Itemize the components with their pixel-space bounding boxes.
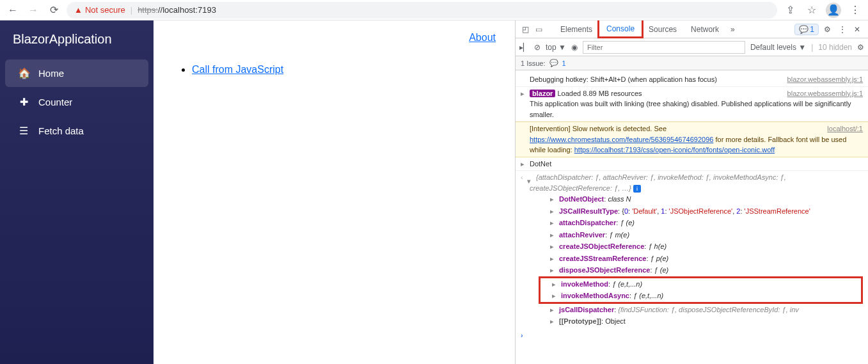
close-devtools-icon[interactable]: ✕ <box>850 25 864 34</box>
device-icon[interactable]: ▭ <box>533 25 545 34</box>
console-prompt[interactable]: › <box>516 329 868 342</box>
console-output: blazor.webassembly.js:1 Debugging hotkey… <box>516 70 868 364</box>
warn-link[interactable]: https://www.chromestatus.com/feature/563… <box>530 136 713 143</box>
log-source[interactable]: blazor.webassembly.js:1 <box>787 74 863 85</box>
more-tabs-icon[interactable]: » <box>727 25 739 34</box>
log-source[interactable]: localhost/:1 <box>827 123 863 134</box>
inspect-icon[interactable]: ◰ <box>519 25 532 34</box>
warning-icon: ▲ <box>74 5 83 15</box>
tab-sources[interactable]: Sources <box>642 21 683 38</box>
filter-input[interactable] <box>583 41 745 54</box>
sidebar-item-label: Fetch data <box>38 125 84 136</box>
url-host: //localhost:7193 <box>158 5 216 15</box>
log-source[interactable]: blazor.webassembly.js:1 <box>787 88 863 99</box>
gear-icon[interactable]: ⚙ <box>857 43 864 52</box>
devtools-panel: ◰ ▭ Elements Console Sources Network » 💬… <box>515 20 868 364</box>
app-brand: BlazorApplication <box>0 20 154 58</box>
url-scheme: https: <box>138 5 158 15</box>
menu-icon[interactable]: ⋮ <box>848 3 863 18</box>
issues-bar[interactable]: 1 Issue: 💬 1 <box>516 56 868 70</box>
call-js-link[interactable]: Call from JavaScript <box>192 64 283 75</box>
sidebar-item-label: Counter <box>38 97 72 107</box>
list-icon: ☰ <box>18 125 29 137</box>
sidebar-item-counter[interactable]: ✚ Counter <box>5 88 148 116</box>
devtools-tabs: ◰ ▭ Elements Console Sources Network » 💬… <box>516 20 868 38</box>
object-properties: ▸DotNetObject: class N ▸JSCallResultType… <box>530 193 863 328</box>
back-button[interactable]: ← <box>5 3 20 18</box>
kebab-icon[interactable]: ⋮ <box>836 25 849 34</box>
log-entry: ▸ DotNet <box>516 157 868 171</box>
plus-icon: ✚ <box>18 96 29 108</box>
security-badge: ▲ Not secure <box>74 5 125 15</box>
forward-button[interactable]: → <box>26 3 41 18</box>
issues-label: 1 Issue: <box>521 59 546 67</box>
about-link[interactable]: About <box>469 32 496 44</box>
info-icon[interactable]: i <box>633 185 641 193</box>
app-sidebar: BlazorApplication 🏠 Home ✚ Counter ☰ Fet… <box>0 20 154 364</box>
log-entry: blazor.webassembly.js:1 Debugging hotkey… <box>516 73 868 87</box>
sidebar-item-home[interactable]: 🏠 Home <box>5 59 148 87</box>
log-entry: ▸ blazor.webassembly.js:1 blazor Loaded … <box>516 87 868 122</box>
sidebar-item-fetch[interactable]: ☰ Fetch data <box>5 117 148 145</box>
context-selector[interactable]: top ▼ <box>546 43 566 52</box>
log-entry-expanded: ‹ ▾ {attachDispatcher: ƒ, attachReviver:… <box>516 171 868 329</box>
expand-icon[interactable]: ▸ <box>521 159 525 170</box>
live-expression-icon[interactable]: ◉ <box>571 43 578 52</box>
hidden-count: 10 hidden <box>818 43 852 52</box>
profile-icon[interactable]: 👤 <box>826 3 841 18</box>
page-content: About Call from JavaScript <box>154 20 515 364</box>
tab-console[interactable]: Console <box>600 20 641 38</box>
console-toolbar: ▸▏ ⊘ top ▼ ◉ Default levels ▼ | 10 hidde… <box>516 38 868 56</box>
address-bar[interactable]: ▲ Not secure | https://localhost:7193 <box>67 2 777 19</box>
messages-badge[interactable]: 💬 1 <box>794 24 819 35</box>
tab-network[interactable]: Network <box>684 21 725 38</box>
reload-button[interactable]: ⟳ <box>46 3 61 18</box>
settings-icon[interactable]: ⚙ <box>820 25 835 34</box>
sidebar-toggle-icon[interactable]: ▸▏ <box>519 43 529 52</box>
browser-toolbar: ← → ⟳ ▲ Not secure | https://localhost:7… <box>0 0 868 20</box>
tab-elements[interactable]: Elements <box>554 21 599 38</box>
levels-selector[interactable]: Default levels ▼ <box>750 43 806 52</box>
log-entry-warning: localhost/:1 [Intervention] Slow network… <box>516 122 868 157</box>
share-icon[interactable]: ⇪ <box>782 3 798 18</box>
sidebar-item-label: Home <box>38 68 64 79</box>
clear-console-icon[interactable]: ⊘ <box>534 43 541 52</box>
home-icon: 🏠 <box>18 67 29 79</box>
issues-count: 1 <box>562 59 566 67</box>
not-secure-label: Not secure <box>85 5 125 15</box>
warn-link[interactable]: https://localhost:7193/css/open-iconic/f… <box>574 146 775 154</box>
bookmark-icon[interactable]: ☆ <box>804 3 819 18</box>
expand-icon[interactable]: ▸ <box>521 88 525 99</box>
highlighted-methods: ▸invokeMethod: ƒ (e,t,...n) ▸invokeMetho… <box>539 276 863 304</box>
